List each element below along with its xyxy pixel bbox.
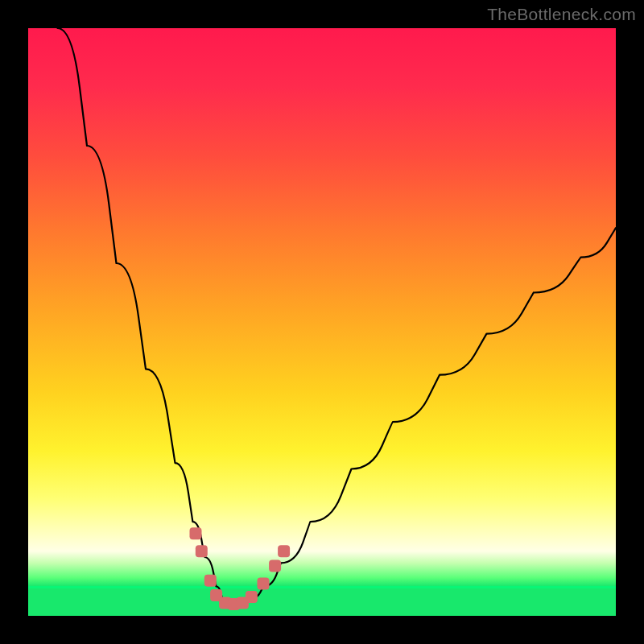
datapoint [269, 560, 281, 572]
bottleneck-curve [58, 28, 617, 604]
plot-area [28, 28, 616, 616]
bottleneck-curve-svg [28, 28, 616, 616]
datapoint [258, 577, 270, 589]
watermark-label: TheBottleneck.com [487, 5, 636, 24]
datapoint [204, 575, 217, 587]
datapoint [246, 591, 258, 603]
chart-frame: TheBottleneck.com [0, 0, 644, 644]
datapoint [196, 545, 208, 557]
datapoints-group [190, 527, 291, 610]
datapoint [190, 527, 202, 539]
datapoint [278, 545, 290, 557]
